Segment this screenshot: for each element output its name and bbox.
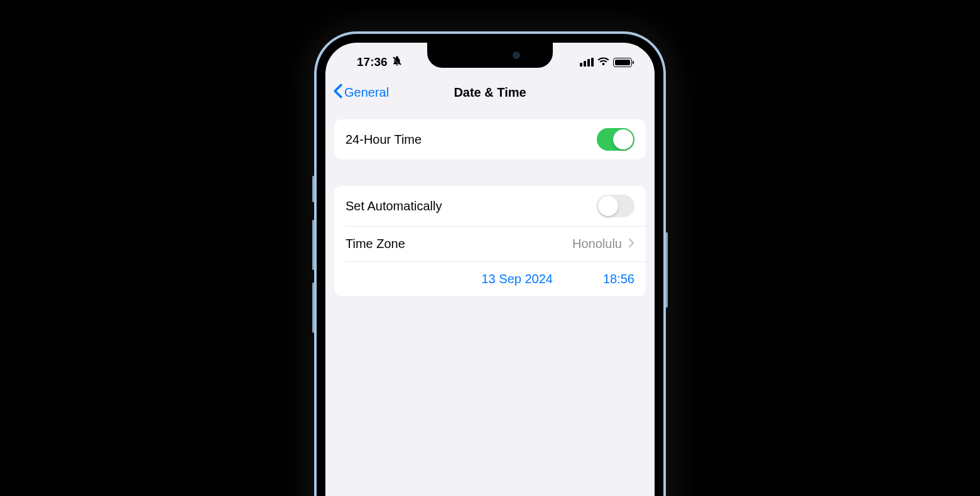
silent-switch (312, 176, 314, 202)
row-label-set-auto: Set Automatically (346, 199, 442, 213)
row-label-24hour: 24-Hour Time (346, 132, 422, 147)
row-set-automatically: Set Automatically (334, 186, 646, 226)
chevron-right-icon (628, 238, 634, 251)
timezone-value: Honolulu (572, 237, 622, 251)
toggle-24hour-time[interactable] (597, 128, 634, 151)
volume-down-button (312, 283, 314, 333)
time-picker-button[interactable]: 18:56 (603, 272, 634, 286)
page-title: Date & Time (454, 85, 526, 100)
battery-icon (613, 58, 632, 67)
screen: 17:36 (325, 43, 655, 496)
row-24hour-time: 24-Hour Time (334, 119, 646, 159)
row-label-timezone: Time Zone (346, 237, 405, 251)
date-picker-button[interactable]: 13 Sep 2024 (482, 272, 553, 286)
cellular-signal-icon (580, 58, 594, 67)
settings-group-datetime: Set Automatically Time Zone Honolulu (334, 186, 646, 296)
row-time-zone[interactable]: Time Zone Honolulu (346, 226, 646, 261)
back-button[interactable]: General (333, 84, 389, 102)
volume-up-button (312, 220, 314, 270)
silent-mode-icon (391, 55, 403, 70)
phone-frame: 17:36 (314, 31, 666, 496)
navigation-bar: General Date & Time (325, 74, 655, 111)
wifi-icon (597, 57, 609, 68)
settings-group-time-format: 24-Hour Time (334, 119, 646, 159)
toggle-set-automatically[interactable] (597, 195, 634, 217)
row-datetime-picker: 13 Sep 2024 18:56 (346, 261, 646, 296)
notch (427, 43, 553, 68)
status-time: 17:36 (357, 55, 388, 69)
power-button (666, 232, 668, 308)
back-label: General (344, 85, 389, 100)
chevron-left-icon (333, 84, 343, 102)
